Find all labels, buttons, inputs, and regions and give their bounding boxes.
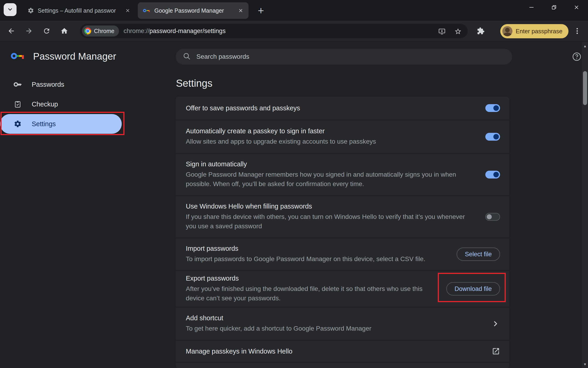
app-title: Password Manager xyxy=(33,51,116,62)
row-auto-passkey: Automatically create a passkey to sign i… xyxy=(176,120,509,153)
sidebar-item-label: Passwords xyxy=(32,81,64,88)
enter-passphrase-label: Enter passphrase xyxy=(516,28,562,35)
toggle-sign-in-automatically[interactable] xyxy=(485,171,500,178)
page-title: Settings xyxy=(176,78,212,89)
toggle-windows-hello[interactable] xyxy=(485,213,500,221)
profile-avatar xyxy=(502,26,512,36)
toggle-auto-passkey[interactable] xyxy=(485,133,500,141)
key-icon xyxy=(13,80,22,89)
chevron-right-icon xyxy=(491,319,500,328)
row-title: Offer to save passwords and passkeys xyxy=(186,104,476,112)
close-tab-icon[interactable] xyxy=(238,8,243,13)
browser-window: Settings – Autofill and passwor Google P… xyxy=(0,0,588,368)
row-windows-hello: Use Windows Hello when filling passwords… xyxy=(176,196,509,238)
sidebar-item-label: Checkup xyxy=(32,101,58,108)
password-manager-logo-icon xyxy=(10,52,26,61)
row-title: Sign in automatically xyxy=(186,160,476,168)
row-title: Automatically create a passkey to sign i… xyxy=(186,127,476,135)
row-subtitle: If you share this device with others, yo… xyxy=(186,212,476,231)
row-subtitle: Allow sites and apps to upgrade existing… xyxy=(186,137,476,146)
scroll-down-icon[interactable]: ▼ xyxy=(582,361,588,368)
address-bar[interactable]: Chrome chrome://password-manager/setting… xyxy=(80,24,468,38)
search-bar[interactable] xyxy=(176,49,512,65)
row-subtitle: To get here quicker, add a shortcut to G… xyxy=(186,324,482,333)
gear-icon xyxy=(28,7,34,14)
gear-icon xyxy=(13,120,22,128)
row-subtitle: After you’ve finished using the download… xyxy=(186,284,437,303)
external-link-icon xyxy=(492,347,500,355)
bookmark-star-icon[interactable] xyxy=(453,27,463,36)
window-close-button[interactable] xyxy=(567,0,586,15)
search-icon xyxy=(183,52,191,61)
extensions-icon[interactable] xyxy=(474,25,487,37)
browser-toolbar: Chrome chrome://password-manager/setting… xyxy=(0,21,588,41)
download-file-button[interactable]: Download file xyxy=(446,282,500,295)
scrollbar[interactable]: ▲ ▼ xyxy=(582,42,588,368)
row-import-passwords: Import passwords To import passwords to … xyxy=(176,238,509,270)
browser-menu-icon[interactable] xyxy=(571,25,583,37)
row-sign-in-automatically: Sign in automatically Google Password Ma… xyxy=(176,154,509,195)
tab-search-button[interactable] xyxy=(4,3,17,16)
row-subtitle: Google Password Manager remembers how yo… xyxy=(186,170,476,189)
new-tab-button[interactable]: + xyxy=(254,4,267,17)
sidebar-item-label: Settings xyxy=(32,120,56,128)
window-restore-button[interactable] xyxy=(544,0,564,15)
password-manager-favicon xyxy=(143,8,151,13)
sidebar-item-passwords[interactable]: Passwords xyxy=(0,74,122,94)
tab-title: Settings – Autofill and passwor xyxy=(38,7,122,14)
select-file-button[interactable]: Select file xyxy=(457,248,500,261)
password-manager-header: Password Manager xyxy=(10,51,116,62)
row-title: Import passwords xyxy=(186,245,447,252)
tab-google-password-manager[interactable]: Google Password Manager xyxy=(138,2,249,19)
row-manage-passkeys[interactable]: Manage passkeys in Windows Hello xyxy=(176,341,509,362)
row-offer-to-save: Offer to save passwords and passkeys xyxy=(176,97,509,120)
settings-list: Offer to save passwords and passkeys Aut… xyxy=(176,97,509,368)
row-title: Manage passkeys in Windows Hello xyxy=(186,348,482,355)
tab-title: Google Password Manager xyxy=(154,7,235,14)
site-chip-label: Chrome xyxy=(94,28,114,34)
window-minimize-button[interactable] xyxy=(522,0,541,15)
sidebar-item-checkup[interactable]: Checkup xyxy=(0,94,122,114)
forward-button[interactable] xyxy=(23,25,35,37)
tab-strip: Settings – Autofill and passwor Google P… xyxy=(0,0,588,21)
sidebar-item-settings[interactable]: Settings xyxy=(0,114,122,134)
scrollbar-thumb[interactable] xyxy=(583,71,587,105)
toggle-offer-to-save[interactable] xyxy=(485,104,500,112)
site-chip[interactable]: Chrome xyxy=(82,26,119,37)
close-tab-icon[interactable] xyxy=(125,8,130,13)
enter-passphrase-button[interactable]: Enter passphrase xyxy=(500,24,569,38)
home-button[interactable] xyxy=(58,25,70,37)
chevron-down-icon xyxy=(7,6,14,14)
tab-settings-autofill[interactable]: Settings – Autofill and passwor xyxy=(22,2,135,19)
back-button[interactable] xyxy=(5,25,18,37)
row-partial xyxy=(176,363,509,368)
checkup-icon xyxy=(13,100,22,109)
scroll-up-icon[interactable]: ▲ xyxy=(582,42,588,49)
row-title: Export passwords xyxy=(186,275,437,282)
url-text: chrome://password-manager/settings xyxy=(124,28,226,35)
chrome-logo-icon xyxy=(84,28,91,34)
install-app-icon[interactable] xyxy=(437,27,446,36)
url-scheme: chrome:// xyxy=(124,28,150,34)
row-title: Use Windows Hello when filling passwords xyxy=(186,202,476,210)
reload-button[interactable] xyxy=(40,25,53,37)
row-subtitle: To import passwords to Google Password M… xyxy=(186,254,447,264)
row-title: Add shortcut xyxy=(186,314,482,322)
url-path: password-manager/settings xyxy=(149,28,226,34)
help-icon[interactable] xyxy=(571,51,582,62)
row-add-shortcut[interactable]: Add shortcut To get here quicker, add a … xyxy=(176,308,509,340)
search-input[interactable] xyxy=(196,53,505,60)
sidebar-nav: Passwords Checkup Settings xyxy=(0,74,122,134)
row-export-passwords: Export passwords After you’ve finished u… xyxy=(176,271,509,307)
